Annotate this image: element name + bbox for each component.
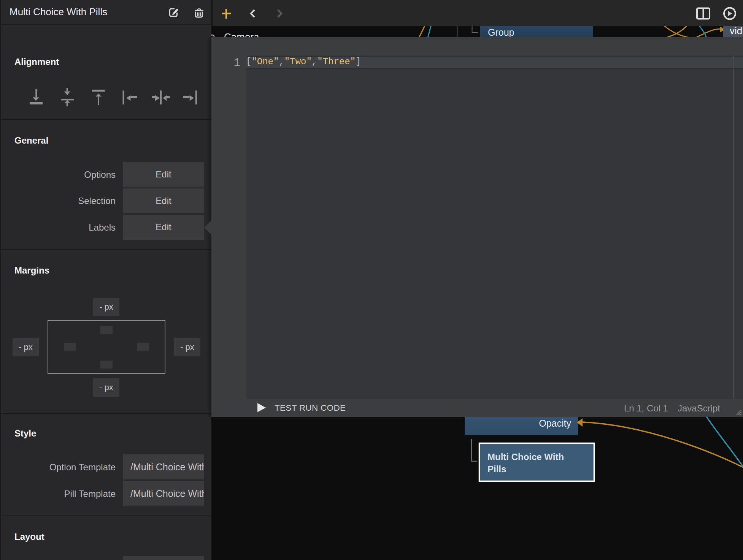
svg-text:Group: Group <box>488 27 514 38</box>
svg-text:Multi Choice With: Multi Choice With <box>487 452 564 462</box>
svg-text:vid: vid <box>730 25 742 36</box>
svg-text:Pills: Pills <box>487 464 506 474</box>
svg-text:Opacity: Opacity <box>539 418 571 429</box>
